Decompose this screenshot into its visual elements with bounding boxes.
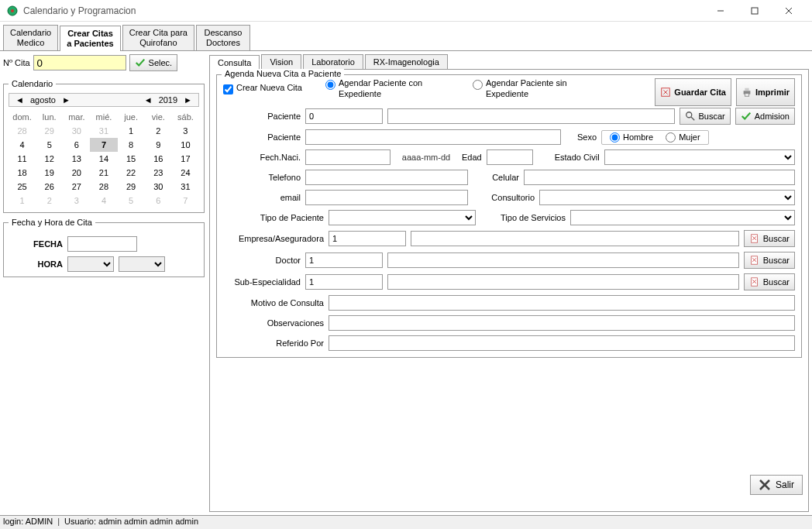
tipopaciente-select[interactable]	[329, 210, 476, 225]
cal-day[interactable]: 29	[118, 180, 145, 194]
motivo-input[interactable]	[329, 295, 795, 311]
main-tab-3[interactable]: DescansoDoctores	[196, 25, 250, 50]
close-button[interactable]	[772, 0, 806, 22]
guardar-button[interactable]: Guardar Cita	[655, 78, 731, 106]
buscar-subesp-button[interactable]: Buscar	[744, 273, 795, 290]
cal-day[interactable]: 14	[90, 152, 117, 166]
cal-day[interactable]: 19	[36, 166, 63, 180]
imprimir-button[interactable]: Imprimir	[736, 78, 795, 106]
cal-day[interactable]: 4	[90, 194, 117, 208]
doctor-id-input[interactable]	[305, 252, 383, 268]
cal-day[interactable]: 28	[9, 124, 36, 138]
cal-day[interactable]: 22	[118, 166, 145, 180]
cal-day[interactable]: 3	[63, 194, 90, 208]
cal-day[interactable]: 30	[145, 180, 172, 194]
cal-day[interactable]: 8	[118, 138, 145, 152]
cal-next-month[interactable]: ►	[59, 95, 74, 105]
cal-day[interactable]: 10	[172, 138, 199, 152]
numcita-input[interactable]	[33, 55, 126, 70]
empresa-id-input[interactable]	[329, 231, 406, 246]
selec-button[interactable]: Selec.	[129, 54, 178, 71]
cal-day[interactable]: 5	[118, 194, 145, 208]
cal-day[interactable]: 26	[36, 180, 63, 194]
celular-input[interactable]	[524, 170, 795, 185]
cal-day[interactable]: 31	[90, 124, 117, 138]
buscar-doctor-button[interactable]: Buscar	[744, 252, 795, 269]
cal-day[interactable]: 5	[36, 138, 63, 152]
subesp-name-input[interactable]	[387, 274, 739, 290]
cal-day[interactable]: 20	[63, 166, 90, 180]
cal-day[interactable]: 27	[63, 180, 90, 194]
cal-day[interactable]: 15	[118, 152, 145, 166]
cal-day[interactable]: 6	[145, 194, 172, 208]
cal-day[interactable]: 6	[63, 138, 90, 152]
maximize-button[interactable]	[738, 0, 772, 22]
cal-day[interactable]: 21	[90, 166, 117, 180]
cal-day[interactable]: 11	[9, 152, 36, 166]
paciente-name-input[interactable]	[387, 108, 675, 124]
cal-day[interactable]: 18	[9, 166, 36, 180]
buscar-paciente-button[interactable]: Buscar	[680, 108, 731, 125]
main-tab-0[interactable]: CalendarioMedico	[3, 25, 58, 50]
main-tab-1[interactable]: Crear Citasa Pacientes	[60, 26, 121, 51]
detail-tab-2[interactable]: Laboratorio	[303, 54, 363, 69]
empresa-name-input[interactable]	[411, 231, 739, 246]
hora-min-select[interactable]	[119, 256, 165, 272]
buscar-empresa-button[interactable]: Buscar	[744, 230, 795, 247]
sexo-hombre[interactable]: Hombre	[610, 132, 653, 143]
cal-day[interactable]: 28	[90, 180, 117, 194]
cal-day[interactable]: 23	[145, 166, 172, 180]
cal-prev-year[interactable]: ◄	[141, 95, 156, 105]
hora-hour-select[interactable]	[67, 256, 114, 272]
email-input[interactable]	[305, 190, 468, 205]
cal-day[interactable]: 2	[145, 124, 172, 138]
paciente-id-input[interactable]	[305, 108, 383, 124]
cal-day[interactable]: 2	[36, 194, 63, 208]
subesp-id-input[interactable]	[305, 274, 383, 290]
admision-button[interactable]: Admision	[735, 108, 795, 125]
cal-day[interactable]: 31	[172, 180, 199, 194]
doctor-name-input[interactable]	[387, 252, 739, 268]
cal-day[interactable]: 24	[172, 166, 199, 180]
email-label: email	[223, 193, 301, 202]
opt-con-expediente[interactable]: Agendar Paciente con Expediente	[325, 78, 449, 98]
opt-crear-checkbox[interactable]	[223, 84, 233, 94]
detail-tab-0[interactable]: Consulta	[209, 55, 260, 70]
consultorio-select[interactable]	[539, 190, 795, 205]
cal-day[interactable]: 25	[9, 180, 36, 194]
opt-crear-nueva[interactable]: Crear Nueva Cita	[223, 83, 302, 94]
cal-day[interactable]: 16	[145, 152, 172, 166]
paciente-fullname-input[interactable]	[305, 129, 561, 145]
cal-day[interactable]: 1	[118, 124, 145, 138]
cal-day[interactable]: 9	[145, 138, 172, 152]
opt-conexp-radio[interactable]	[325, 80, 335, 90]
cal-day[interactable]: 13	[63, 152, 90, 166]
estadocivil-select[interactable]	[604, 149, 795, 165]
detail-tab-1[interactable]: Vision	[261, 54, 301, 69]
detail-tab-3[interactable]: RX-Imagenologia	[365, 54, 448, 69]
minimize-button[interactable]	[704, 0, 738, 22]
fechnaci-input[interactable]	[305, 149, 391, 165]
cal-day[interactable]: 12	[36, 152, 63, 166]
opt-sin-expediente[interactable]: Agendar Paciente sin Expediente	[473, 78, 597, 98]
opt-sinexp-radio[interactable]	[473, 80, 483, 90]
cal-day[interactable]: 29	[36, 124, 63, 138]
cal-prev-month[interactable]: ◄	[12, 95, 27, 105]
fecha-input[interactable]	[67, 236, 137, 252]
cal-day[interactable]: 7	[90, 138, 117, 152]
cal-day[interactable]: 4	[9, 138, 36, 152]
cal-next-year[interactable]: ►	[181, 95, 195, 105]
cal-day[interactable]: 30	[63, 124, 90, 138]
tiposervicios-select[interactable]	[570, 210, 795, 225]
sexo-mujer[interactable]: Mujer	[666, 132, 700, 143]
observ-input[interactable]	[329, 315, 795, 331]
cal-day[interactable]: 7	[172, 194, 199, 208]
main-tab-2[interactable]: Crear Cita paraQuirofano	[122, 25, 194, 50]
telefono-input[interactable]	[305, 170, 468, 185]
cal-day[interactable]: 17	[172, 152, 199, 166]
salir-button[interactable]: Salir	[750, 475, 803, 495]
cal-day[interactable]: 1	[9, 194, 36, 208]
referido-input[interactable]	[329, 335, 795, 351]
edad-input[interactable]	[487, 149, 533, 165]
cal-day[interactable]: 3	[172, 124, 199, 138]
